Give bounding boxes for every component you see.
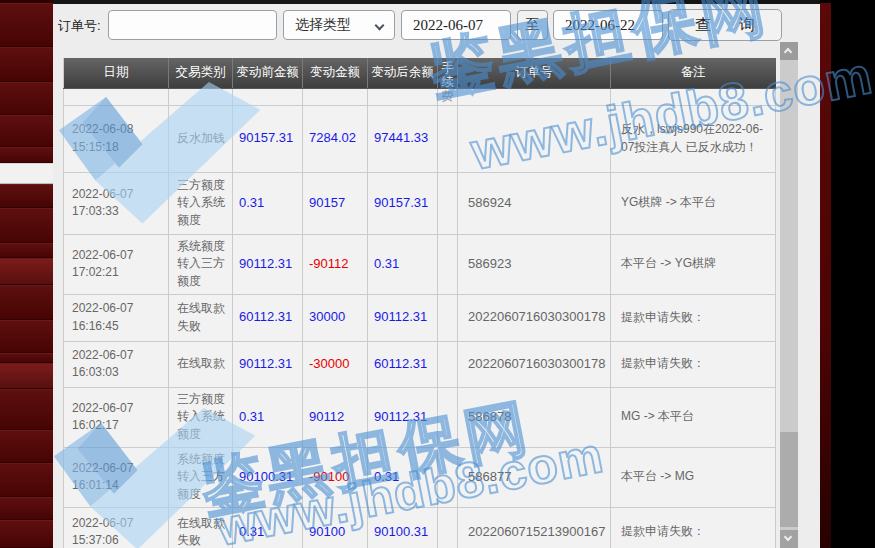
sidebar-item[interactable] xyxy=(0,208,53,243)
cell-before-amount: 60112.31 xyxy=(233,294,303,341)
cell-order-number: 586924 xyxy=(458,172,611,234)
cell-change-amount: -90112 xyxy=(303,234,368,294)
cell-date: 2022-06-07 17:03:33 xyxy=(64,172,169,234)
header-order-number: 订单号 xyxy=(458,58,611,88)
cell-after-balance: 90112.31 xyxy=(368,387,438,447)
table-header-row: 日期 交易类别 变动前金额 变动金额 变动后余额 手 续 费 订单号 备注 xyxy=(64,58,776,88)
sidebar-item[interactable] xyxy=(0,353,53,363)
date-range-to-label: 至 xyxy=(517,10,548,40)
right-red-strip xyxy=(820,3,831,548)
cell-remark: 本平台 -> YG棋牌 xyxy=(611,234,776,294)
cell-fee xyxy=(438,387,458,447)
cell-after-balance: 97441.33 xyxy=(368,105,438,172)
cell-type: 三方额度转入系统额度 xyxy=(169,387,233,447)
sidebar-item[interactable] xyxy=(0,430,53,463)
cell-type: 系统额度转入三方额度 xyxy=(169,234,233,294)
cell-order-number: 586877 xyxy=(458,447,611,507)
cell-after-balance: 90157.31 xyxy=(368,172,438,234)
cell-change-amount: -30000 xyxy=(303,341,368,387)
cell-fee xyxy=(438,234,458,294)
cell-before-amount: 90112.31 xyxy=(233,234,303,294)
cell-change-amount: -90100 xyxy=(303,447,368,507)
type-select[interactable]: 选择类型 xyxy=(283,10,395,40)
cell-date: 2022-06-07 16:01:14 xyxy=(64,447,169,507)
sidebar-item[interactable] xyxy=(0,463,53,497)
cell-before-amount: 0.31 xyxy=(233,507,303,548)
partial-row xyxy=(64,88,776,105)
sidebar-item[interactable] xyxy=(0,497,53,520)
chevron-down-icon xyxy=(375,21,385,31)
cell-order-number: 2022060716030300178 xyxy=(458,341,611,387)
cell-remark: 提款申请失败： xyxy=(611,507,776,548)
cell-order-number: 586923 xyxy=(458,234,611,294)
cell-remark: MG -> 本平台 xyxy=(611,387,776,447)
sidebar-menu xyxy=(0,0,53,548)
table-row: 2022-06-07 16:02:17三方额度转入系统额度0.319011290… xyxy=(64,387,776,447)
header-remark: 备注 xyxy=(611,58,776,88)
cell-before-amount: 0.31 xyxy=(233,172,303,234)
transactions-body: 2022-06-08 15:15:18反水加钱90157.317284.0297… xyxy=(64,88,776,548)
scrollbar-thumb[interactable] xyxy=(780,432,798,527)
header-date: 日期 xyxy=(64,58,169,88)
cell-before-amount: 90100.31 xyxy=(233,447,303,507)
sidebar-item[interactable] xyxy=(0,184,53,208)
cell-type: 反水加钱 xyxy=(169,105,233,172)
sidebar-item[interactable] xyxy=(0,82,53,115)
sidebar-item[interactable] xyxy=(0,258,53,285)
cell-change-amount: 90112 xyxy=(303,387,368,447)
type-select-value: 选择类型 xyxy=(295,16,351,34)
sidebar-item[interactable] xyxy=(0,520,53,548)
table-row: 2022-06-07 16:01:14系统额度转入三方额度90100.31-90… xyxy=(64,447,776,507)
sidebar-item-selected[interactable] xyxy=(0,163,53,184)
sidebar-item[interactable] xyxy=(0,115,53,147)
cell-fee xyxy=(438,294,458,341)
cell-remark: 提款申请失败： xyxy=(611,294,776,341)
cell-date: 2022-06-07 16:03:03 xyxy=(64,341,169,387)
transaction-records-screen: 订单号: 选择类型 2022-06-07 至 2022-06-22 查 询 日期… xyxy=(0,0,875,548)
sidebar-item[interactable] xyxy=(0,47,53,82)
cell-before-amount: 0.31 xyxy=(233,387,303,447)
cell-date: 2022-06-07 15:37:06 xyxy=(64,507,169,548)
cell-order-number xyxy=(458,105,611,172)
cell-after-balance: 90100.31 xyxy=(368,507,438,548)
order-number-input[interactable] xyxy=(108,10,277,40)
cell-after-balance: 60112.31 xyxy=(368,341,438,387)
cell-type: 在线取款 xyxy=(169,341,233,387)
cell-before-amount: 90112.31 xyxy=(233,341,303,387)
sidebar-item[interactable] xyxy=(0,363,53,389)
order-number-label: 订单号: xyxy=(58,17,101,35)
cell-remark: 反水，lswjs990在2022-06-07投注真人 已反水成功！ xyxy=(611,105,776,172)
table-row: 2022-06-07 17:03:33三方额度转入系统额度0.319015790… xyxy=(64,172,776,234)
sidebar-item[interactable] xyxy=(0,389,53,430)
date-to-input[interactable]: 2022-06-22 xyxy=(553,10,663,40)
query-button[interactable]: 查 询 xyxy=(668,9,782,41)
cell-date: 2022-06-07 17:02:21 xyxy=(64,234,169,294)
sidebar-item[interactable] xyxy=(0,3,53,47)
cell-type: 在线取款失败 xyxy=(169,507,233,548)
cell-after-balance: 0.31 xyxy=(368,447,438,507)
cell-fee xyxy=(438,447,458,507)
cell-remark: 本平台 -> MG xyxy=(611,447,776,507)
sidebar-item[interactable] xyxy=(0,320,53,353)
date-from-input[interactable]: 2022-06-07 xyxy=(401,10,511,40)
table-row: 2022-06-08 15:15:18反水加钱90157.317284.0297… xyxy=(64,105,776,172)
scroll-up-button[interactable] xyxy=(780,42,798,60)
cell-change-amount: 7284.02 xyxy=(303,105,368,172)
cell-type: 系统额度转入三方额度 xyxy=(169,447,233,507)
top-border-strip xyxy=(53,0,820,4)
cell-change-amount: 90100 xyxy=(303,507,368,548)
sidebar-item[interactable] xyxy=(0,243,53,258)
cell-type: 三方额度转入系统额度 xyxy=(169,172,233,234)
cell-remark: 提款申请失败： xyxy=(611,341,776,387)
vertical-scrollbar[interactable] xyxy=(780,42,798,548)
cell-order-number: 2022060715213900167 xyxy=(458,507,611,548)
cell-after-balance: 0.31 xyxy=(368,234,438,294)
cell-before-amount: 90157.31 xyxy=(233,105,303,172)
scroll-down-button[interactable] xyxy=(780,530,798,548)
cell-date: 2022-06-08 15:15:18 xyxy=(64,105,169,172)
table-row: 2022-06-07 17:02:21系统额度转入三方额度90112.31-90… xyxy=(64,234,776,294)
cell-type: 在线取款失败 xyxy=(169,294,233,341)
sidebar-item[interactable] xyxy=(0,285,53,320)
cell-order-number: 2022060716030300178 xyxy=(458,294,611,341)
sidebar-item[interactable] xyxy=(0,147,53,163)
